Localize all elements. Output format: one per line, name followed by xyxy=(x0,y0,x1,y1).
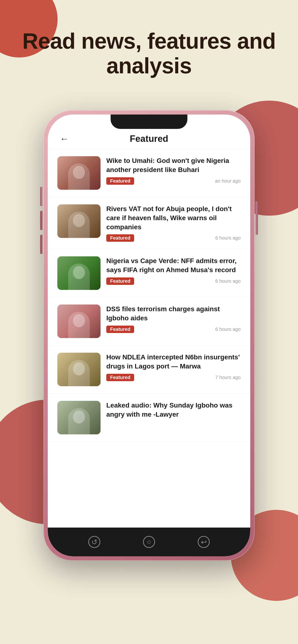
phone-mockup: ← Featured Wike to Umahi: God won't give… xyxy=(43,110,255,560)
thumb-face-decoration xyxy=(68,212,90,238)
news-list: Wike to Umahi: God won't give Nigeria an… xyxy=(48,149,250,528)
back-nav-icon: ↩ xyxy=(201,538,207,546)
news-item-4[interactable]: DSS files terrorism charges against Igbo… xyxy=(48,297,250,346)
news-thumbnail-6 xyxy=(57,401,100,434)
news-meta-4: Featured 6 hours ago xyxy=(106,326,241,333)
news-meta-3: Featured 6 hours ago xyxy=(106,278,241,285)
back-button[interactable]: ← xyxy=(60,134,69,144)
nav-home-button[interactable]: ○ xyxy=(143,536,155,548)
news-time-2: 6 hours ago xyxy=(215,235,241,241)
page-headline: Read news, features and analysis xyxy=(14,29,284,78)
news-item-5[interactable]: How NDLEA intercepted N6bn insurgents' d… xyxy=(48,346,250,394)
phone-outer-shell: ← Featured Wike to Umahi: God won't give… xyxy=(43,110,255,560)
page-title: Featured xyxy=(130,134,168,144)
news-time-4: 6 hours ago xyxy=(215,326,241,332)
home-icon: ○ xyxy=(147,538,151,546)
news-thumbnail-1 xyxy=(57,156,100,190)
thumb-face-decoration xyxy=(68,164,90,190)
news-time-3: 6 hours ago xyxy=(215,278,241,284)
news-title-3: Nigeria vs Cape Verde: NFF admits error,… xyxy=(106,256,241,274)
featured-badge-2: Featured xyxy=(106,234,134,242)
news-content-3: Nigeria vs Cape Verde: NFF admits error,… xyxy=(106,256,241,285)
featured-badge-1: Featured xyxy=(106,177,134,185)
news-title-1: Wike to Umahi: God won't give Nigeria an… xyxy=(106,156,241,174)
news-time-1: an hour ago xyxy=(215,178,241,184)
news-item-1[interactable]: Wike to Umahi: God won't give Nigeria an… xyxy=(48,149,250,197)
news-title-2: Rivers VAT not for Abuja people, I don't… xyxy=(106,204,241,232)
news-item-2[interactable]: Rivers VAT not for Abuja people, I don't… xyxy=(48,197,250,249)
thumb-face-decoration xyxy=(68,360,90,386)
thumb-face-decoration xyxy=(68,312,90,338)
news-title-4: DSS files terrorism charges against Igbo… xyxy=(106,304,241,323)
featured-badge-5: Featured xyxy=(106,374,134,381)
news-content-5: How NDLEA intercepted N6bn insurgents' d… xyxy=(106,353,241,381)
news-title-5: How NDLEA intercepted N6bn insurgents' d… xyxy=(106,353,241,371)
news-meta-2: Featured 6 hours ago xyxy=(106,234,241,242)
news-title-6: Leaked audio: Why Sunday Igboho was angr… xyxy=(106,401,241,419)
news-thumbnail-4 xyxy=(57,304,100,338)
news-item-6[interactable]: Leaked audio: Why Sunday Igboho was angr… xyxy=(48,394,250,442)
news-thumbnail-2 xyxy=(57,204,100,238)
featured-badge-3: Featured xyxy=(106,278,134,285)
news-content-4: DSS files terrorism charges against Igbo… xyxy=(106,304,241,333)
nav-back-nav-button[interactable]: ↩ xyxy=(198,536,210,548)
featured-badge-4: Featured xyxy=(106,326,134,333)
nav-refresh-button[interactable]: ↺ xyxy=(88,536,100,548)
news-meta-1: Featured an hour ago xyxy=(106,177,241,185)
news-time-5: 7 hours ago xyxy=(215,375,241,380)
phone-screen: ← Featured Wike to Umahi: God won't give… xyxy=(48,114,250,556)
news-content-1: Wike to Umahi: God won't give Nigeria an… xyxy=(106,156,241,185)
thumb-face-decoration xyxy=(68,264,90,290)
phone-notch xyxy=(111,114,187,129)
news-meta-5: Featured 7 hours ago xyxy=(106,374,241,381)
news-content-6: Leaked audio: Why Sunday Igboho was angr… xyxy=(106,401,241,419)
thumb-face-decoration xyxy=(68,408,90,434)
news-thumbnail-5 xyxy=(57,353,100,386)
refresh-icon: ↺ xyxy=(91,538,97,546)
news-thumbnail-3 xyxy=(57,256,100,290)
news-item-3[interactable]: Nigeria vs Cape Verde: NFF admits error,… xyxy=(48,249,250,297)
news-content-2: Rivers VAT not for Abuja people, I don't… xyxy=(106,204,241,242)
bottom-navigation: ↺ ○ ↩ xyxy=(48,528,250,556)
